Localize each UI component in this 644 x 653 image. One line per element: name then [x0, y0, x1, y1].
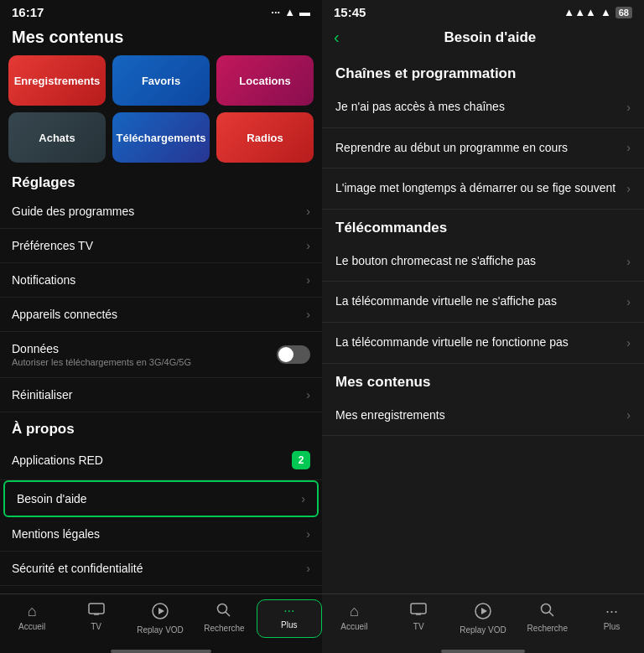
plus-label-right: Plus: [604, 622, 620, 631]
wifi-icon-right: ▲: [600, 6, 611, 18]
favoris-label: Favoris: [142, 75, 180, 87]
chevron-enregistrements: ›: [626, 408, 631, 422]
nav-recherche-left[interactable]: Recherche: [192, 599, 256, 638]
enregistrements-help-text: Mes enregistrements: [335, 407, 626, 424]
menu-item-besoin-aide[interactable]: Besoin d'aide ›: [3, 480, 319, 517]
besoin-aide-label: Besoin d'aide: [17, 492, 87, 505]
donnees-left: Données Autoriser les téléchargements en…: [12, 342, 191, 367]
chevron-guide: ›: [306, 205, 310, 218]
replay-label-right: Replay VOD: [460, 625, 506, 635]
menu-item-donnees[interactable]: Données Autoriser les téléchargements en…: [0, 332, 322, 378]
status-bar-left: 16:17 ··· ▲ ▬: [0, 0, 322, 23]
tv-label-right: TV: [413, 622, 424, 631]
enregistrements-button[interactable]: Enregistrements: [8, 55, 106, 106]
donnees-label: Données: [12, 342, 191, 355]
status-bar-right: 15:45 ▲▲▲ ▲ 68: [322, 0, 644, 23]
help-item-acces-chaines[interactable]: Je n'ai pas accès à mes chaînes ›: [322, 87, 644, 128]
appareils-label: Appareils connectés: [12, 308, 117, 321]
guide-label: Guide des programmes: [12, 205, 134, 218]
chromecast-text: Le bouton chromecast ne s'affiche pas: [335, 253, 626, 270]
replay-icon-right: [475, 603, 491, 624]
chevron-notifications: ›: [306, 273, 310, 287]
notifications-label: Notifications: [12, 273, 75, 287]
help-content: Chaînes et programmation Je n'ai pas acc…: [322, 55, 644, 593]
chevron-virtuelle-affiche: ›: [626, 295, 631, 308]
help-item-virtuelle-fonctionne[interactable]: La télécommande virtuelle ne fonctionne …: [322, 323, 644, 364]
reprendre-debut-text: Reprendre au début un programme en cours: [335, 140, 626, 157]
replay-icon-left: [152, 603, 169, 624]
help-item-enregistrements[interactable]: Mes enregistrements ›: [322, 396, 644, 437]
telechargements-button[interactable]: Téléchargements: [112, 112, 210, 163]
reglages-title: Réglages: [0, 169, 322, 194]
radios-button[interactable]: Radios: [216, 112, 314, 163]
virtuelle-affiche-text: La télécommande virtuelle ne s'affiche p…: [335, 293, 626, 310]
section-telecommandes: Télécommandes: [322, 210, 644, 241]
donnees-toggle[interactable]: [277, 345, 310, 364]
menu-item-appareils[interactable]: Appareils connectés ›: [0, 298, 322, 332]
mentions-label: Mentions légales: [12, 527, 100, 541]
menu-item-mentions[interactable]: Mentions légales ›: [0, 517, 322, 552]
plus-label-left: Plus: [281, 620, 297, 630]
chevron-preferences: ›: [306, 239, 310, 252]
nav-plus-left[interactable]: ··· Plus: [257, 599, 322, 638]
menu-item-version[interactable]: Version 1: [0, 586, 322, 593]
plus-icon-right: ···: [605, 603, 618, 620]
locations-button[interactable]: Locations: [216, 55, 314, 106]
image-lente-text: L'image met longtemps à démarrer ou se f…: [335, 180, 626, 197]
svg-rect-0: [89, 604, 104, 614]
help-item-virtuelle-affiche[interactable]: La télécommande virtuelle ne s'affiche p…: [322, 282, 644, 323]
achats-button[interactable]: Achats: [8, 112, 106, 163]
right-panel: 15:45 ▲▲▲ ▲ 68 ‹ Besoin d'aide Chaînes e…: [322, 0, 644, 653]
search-icon-left: [216, 603, 231, 622]
recherche-label-right: Recherche: [527, 624, 568, 633]
donnees-sub: Autoriser les téléchargements en 3G/4G/5…: [12, 357, 191, 367]
chevron-acces-chaines: ›: [626, 101, 631, 114]
menu-item-notifications[interactable]: Notifications ›: [0, 263, 322, 298]
nav-tv-left[interactable]: TV: [64, 599, 127, 638]
recherche-label-left: Recherche: [204, 624, 244, 633]
favoris-button[interactable]: Favoris: [112, 55, 210, 106]
preferences-label: Préférences TV: [12, 239, 93, 252]
chevron-chromecast: ›: [626, 255, 631, 268]
signal-bars-icon: ▲▲▲: [564, 6, 596, 18]
chevron-mentions: ›: [306, 527, 310, 541]
signal-icon: ···: [271, 6, 280, 18]
reinitialiser-label: Réinitialiser: [12, 388, 72, 402]
enregistrements-label: Enregistrements: [14, 75, 101, 87]
svg-marker-3: [158, 608, 164, 614]
menu-item-applications[interactable]: Applications RED 2: [0, 441, 322, 480]
applications-badge: 2: [292, 451, 310, 469]
locations-label: Locations: [239, 75, 290, 87]
accueil-label-left: Accueil: [18, 622, 45, 631]
menu-item-reinitialiser[interactable]: Réinitialiser ›: [0, 378, 322, 412]
menu-item-guide[interactable]: Guide des programmes ›: [0, 194, 322, 229]
home-icon-right: ⌂: [350, 603, 359, 620]
chevron-reinitialiser: ›: [306, 388, 310, 402]
svg-point-4: [218, 604, 227, 614]
svg-rect-6: [411, 604, 426, 614]
bottom-nav-right: ⌂ Accueil TV Replay VOD Recherche ··· Pl…: [322, 593, 644, 646]
nav-plus-right[interactable]: ··· Plus: [579, 599, 644, 638]
back-button[interactable]: ‹: [334, 28, 340, 47]
nav-recherche-right[interactable]: Recherche: [515, 599, 579, 638]
nav-replay-left[interactable]: Replay VOD: [128, 599, 192, 638]
plus-icon-left: ···: [283, 604, 294, 619]
menu-item-securite[interactable]: Sécurité et confidentialité ›: [0, 552, 322, 586]
chevron-image-lente: ›: [626, 182, 631, 195]
chevron-appareils: ›: [306, 308, 310, 321]
right-header: ‹ Besoin d'aide: [322, 23, 644, 55]
nav-accueil-right[interactable]: ⌂ Accueil: [322, 599, 387, 638]
chevron-securite: ›: [306, 562, 310, 575]
search-icon-right: [540, 603, 555, 622]
nav-tv-right[interactable]: TV: [387, 599, 451, 638]
nav-replay-right[interactable]: Replay VOD: [451, 599, 516, 638]
wifi-icon: ▲: [284, 6, 295, 18]
nav-accueil-left[interactable]: ⌂ Accueil: [0, 599, 64, 638]
help-item-chromecast[interactable]: Le bouton chromecast ne s'affiche pas ›: [322, 241, 644, 282]
section-mes-contenus: Mes contenus: [322, 364, 644, 396]
menu-item-preferences[interactable]: Préférences TV ›: [0, 229, 322, 263]
chevron-virtuelle-fonctionne: ›: [626, 336, 631, 350]
help-item-image-lente[interactable]: L'image met longtemps à démarrer ou se f…: [322, 168, 644, 210]
help-item-reprendre-debut[interactable]: Reprendre au début un programme en cours…: [322, 128, 644, 169]
svg-point-10: [541, 604, 550, 614]
